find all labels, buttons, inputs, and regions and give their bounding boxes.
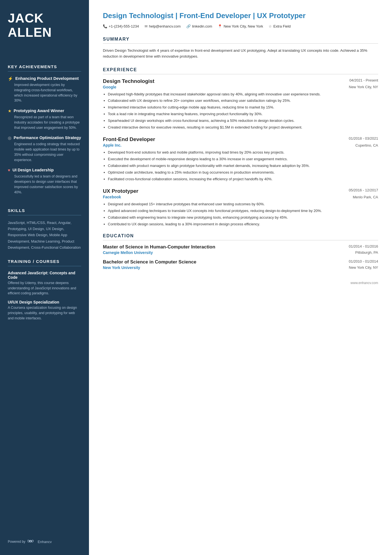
list-item: Took a lead role in integrating machine … — [108, 111, 378, 117]
achievement-title-row-2: ★ Prototyping Award Winner — [8, 108, 81, 114]
edu-1-degree: Master of Science in Human-Computer Inte… — [103, 244, 215, 250]
list-item: Designed and developed 15+ interactive p… — [108, 201, 378, 207]
powered-by-label: Powered by — [8, 540, 25, 544]
job-3-header: UX Prototyper 05/2016 - 12/2017 — [103, 188, 378, 194]
list-item: Executed the development of mobile-respo… — [108, 156, 378, 162]
list-item: Collaborated with engineering teams to i… — [108, 215, 378, 221]
summary-text: Driven Design Technologist with 4 years … — [103, 48, 378, 60]
contact-phone: 📞 +1-(234)-555-1234 — [103, 24, 139, 28]
course-title-2: UI/UX Design Specialization — [8, 300, 81, 304]
experience-section: EXPERIENCE Design Technologist 04/2021 -… — [103, 67, 378, 227]
job-2-bullets: Developed front-end solutions for web an… — [108, 150, 378, 182]
contact-row: 📞 +1-(234)-555-1234 ✉ help@enhancv.com 🔗… — [103, 24, 378, 28]
list-item: Developed front-end solutions for web an… — [108, 150, 378, 156]
main-footer: www.enhancv.com — [103, 281, 378, 285]
education-section: EDUCATION Master of Science in Human-Com… — [103, 233, 378, 270]
sidebar-footer: Powered by Enhancv — [8, 531, 81, 544]
skills-section: SKILLS JavaScript, HTML/CSS, React, Angu… — [8, 200, 81, 250]
main-content: Design Technologist | Front-End Develope… — [89, 0, 392, 555]
summary-section: SUMMARY Driven Design Technologist with … — [103, 37, 378, 60]
location-icon: 📍 — [218, 24, 222, 28]
contact-linkedin: 🔗 linkedin.com — [186, 24, 212, 28]
edu-1-school-row: Carnegie Mellon University Pittsburgh, P… — [103, 250, 378, 255]
target-icon: ◎ — [8, 135, 11, 140]
job-3-role: UX Prototyper — [103, 188, 138, 194]
edu-1-school: Carnegie Mellon University — [103, 250, 153, 255]
training-divider — [8, 266, 81, 266]
edu-1: Master of Science in Human-Computer Inte… — [103, 244, 378, 255]
education-divider — [103, 240, 378, 240]
list-item: Optimized code architecture, leading to … — [108, 170, 378, 176]
job-3-bullets: Designed and developed 15+ interactive p… — [108, 201, 378, 227]
star-icon: ★ — [8, 108, 11, 114]
course-item-1: Advanced JavaScript: Concepts and Code O… — [8, 271, 81, 296]
edu-2-school: New York University — [103, 265, 140, 270]
bolt-icon: ⚡ — [8, 76, 13, 81]
training-section: TRAINING / COURSES Advanced JavaScript: … — [8, 251, 81, 325]
achievements-section: KEY ACHIEVEMENTS ⚡ Enhancing Product Dev… — [8, 56, 81, 200]
achievements-title: KEY ACHIEVEMENTS — [8, 64, 81, 69]
job-1: Design Technologist 04/2021 - Present Go… — [103, 78, 378, 130]
achievement-desc-3: Engineered a coding strategy that reduce… — [14, 142, 81, 162]
achievement-desc-2: Recognized as part of a team that won in… — [14, 115, 81, 130]
contact-location: 📍 New York City, New York — [218, 24, 263, 28]
job-2-role: Front-End Developer — [103, 136, 155, 142]
heart-icon: ♥ — [8, 168, 10, 172]
job-2-header: Front-End Developer 01/2018 - 03/2021 — [103, 136, 378, 142]
achievement-item-2: ★ Prototyping Award Winner Recognized as… — [8, 108, 81, 130]
sidebar: JACK ALLEN KEY ACHIEVEMENTS ⚡ Enhancing … — [0, 0, 89, 555]
phone-icon: 📞 — [103, 24, 107, 28]
course-desc-2: A Coursera specialization focusing on de… — [8, 305, 81, 321]
achievement-item-4: ♥ UI Design Leadership Successfully led … — [8, 167, 81, 195]
job-2-location: Cupertino, CA — [355, 143, 378, 147]
list-item: Contributed to UX design sessions, leadi… — [108, 221, 378, 227]
skills-title: SKILLS — [8, 208, 81, 213]
achievement-title-text-3: Performance Optimization Strategy — [14, 135, 81, 140]
job-2-dates: 01/2018 - 03/2021 — [349, 136, 378, 140]
extra-text: Extra Field — [273, 24, 291, 28]
job-1-company: Google — [103, 85, 116, 89]
job-3-company-row: Facebook Menlo Park, CA — [103, 195, 378, 199]
email-icon: ✉ — [145, 24, 148, 28]
edu-2: Bachelor of Science in Computer Science … — [103, 259, 378, 270]
list-item: Created interactive demos for executive … — [108, 125, 378, 130]
list-item: Facilitated cross-functional collaborati… — [108, 176, 378, 182]
location-text: New York City, New York — [224, 24, 263, 28]
job-3: UX Prototyper 05/2016 - 12/2017 Facebook… — [103, 188, 378, 227]
summary-divider — [103, 43, 378, 44]
achievement-title-text-4: UI Design Leadership — [13, 167, 54, 173]
linkedin-text: linkedin.com — [192, 24, 212, 28]
contact-extra: ☆ Extra Field — [269, 24, 291, 28]
job-2-company: Apple Inc. — [103, 143, 121, 147]
email-text: help@enhancv.com — [149, 24, 181, 28]
edu-2-location: New York City, NY — [349, 265, 378, 270]
experience-divider — [103, 74, 378, 74]
candidate-name: JACK ALLEN — [8, 11, 81, 39]
edu-1-location: Pittsburgh, PA — [355, 250, 378, 255]
job-3-location: Menlo Park, CA — [353, 195, 378, 199]
edu-1-header: Master of Science in Human-Computer Inte… — [103, 244, 378, 250]
phone-text: +1-(234)-555-1234 — [109, 24, 139, 28]
job-3-dates: 05/2016 - 12/2017 — [349, 188, 378, 192]
achievement-title-row-3: ◎ Performance Optimization Strategy — [8, 135, 81, 140]
job-2-company-row: Apple Inc. Cupertino, CA — [103, 143, 378, 147]
job-1-dates: 04/2021 - Present — [349, 78, 378, 82]
training-title: TRAINING / COURSES — [8, 259, 81, 264]
enhancv-logo-icon — [28, 539, 35, 544]
list-item: Collaborated with product managers to al… — [108, 163, 378, 169]
star-extra-icon: ☆ — [269, 24, 272, 28]
job-1-bullets: Developed high-fidelity prototypes that … — [108, 92, 378, 130]
list-item: Collaborated with UX designers to refine… — [108, 98, 378, 104]
achievement-title-row-1: ⚡ Enhancing Product Development — [8, 76, 81, 81]
job-2: Front-End Developer 01/2018 - 03/2021 Ap… — [103, 136, 378, 182]
achievement-item-3: ◎ Performance Optimization Strategy Engi… — [8, 135, 81, 162]
achievement-item-1: ⚡ Enhancing Product Development Improved… — [8, 76, 81, 103]
job-title: Design Technologist | Front-End Develope… — [103, 11, 378, 20]
job-1-location: New York City, NY — [349, 85, 378, 89]
job-3-company: Facebook — [103, 195, 121, 199]
summary-title: SUMMARY — [103, 37, 378, 42]
achievement-title-row-4: ♥ UI Design Leadership — [8, 167, 81, 173]
edu-1-dates: 01/2014 - 01/2016 — [349, 244, 378, 248]
website-text: www.enhancv.com — [351, 281, 378, 285]
list-item: Spearheaded UI design workshops with cro… — [108, 118, 378, 124]
